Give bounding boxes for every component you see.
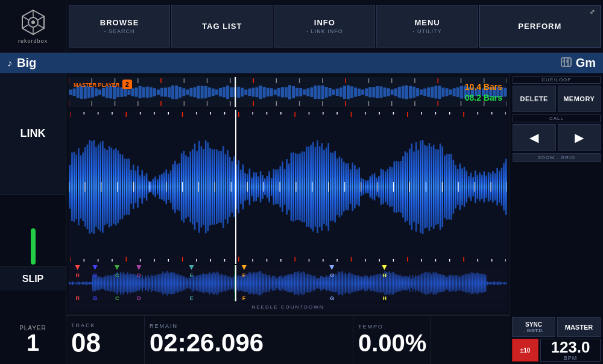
bottom-right-controls: SYNC - INST.D. MASTER ±10 123.0 BPM (510, 315, 603, 364)
svg-line-7 (38, 16, 44, 20)
svg-rect-32 (135, 87, 138, 96)
sync-master-row: SYNC - INST.D. MASTER (512, 317, 601, 337)
svg-rect-46 (186, 90, 189, 95)
svg-rect-110 (420, 90, 423, 95)
master-button[interactable]: MASTER (557, 317, 601, 337)
svg-rect-66 (259, 86, 262, 99)
svg-rect-14 (69, 90, 72, 95)
sync-button[interactable]: SYNC - INST.D. (512, 317, 555, 337)
svg-rect-43 (175, 86, 178, 99)
bottom-tick-row (69, 257, 507, 262)
svg-rect-21 (95, 88, 98, 96)
svg-rect-45 (182, 88, 185, 96)
memory-button[interactable]: MEMORY (558, 86, 601, 112)
svg-rect-84 (325, 87, 328, 98)
taglist-button[interactable]: TAG LIST (171, 5, 273, 48)
svg-rect-112 (427, 87, 430, 97)
delete-button[interactable]: DELETE (513, 86, 556, 112)
svg-rect-107 (409, 86, 412, 99)
playhead-line (235, 110, 236, 264)
svg-rect-30 (127, 90, 130, 95)
bars-orange: 10.4 Bars (465, 82, 502, 92)
mini-waveform: MASTER PLAYER 2 10.4 Bars 08.2 Bars (69, 77, 507, 107)
menu-button[interactable]: MENU - UTILITY (376, 5, 478, 48)
call-label: CALL (513, 115, 601, 122)
svg-rect-104 (398, 87, 401, 98)
svg-rect-55 (219, 88, 222, 96)
bpm-label: BPM (564, 355, 578, 361)
svg-rect-113 (431, 87, 434, 98)
svg-rect-118 (449, 90, 452, 95)
svg-rect-41 (168, 87, 171, 97)
track-name: Big (17, 56, 560, 70)
call-btn-row: ◀ ▶ (513, 124, 601, 151)
cue-loop-label: CUE/LOOP (513, 76, 601, 84)
svg-rect-80 (310, 87, 313, 97)
svg-rect-39 (160, 88, 163, 96)
svg-rect-35 (146, 87, 149, 98)
needle-countdown-label: NEEDLE COUNTDOWN (251, 304, 324, 310)
slip-button[interactable]: SLIP (0, 266, 66, 290)
svg-rect-102 (391, 90, 394, 95)
main-waveform (69, 110, 507, 264)
svg-rect-99 (379, 86, 382, 98)
svg-rect-79 (306, 88, 309, 96)
svg-rect-91 (350, 86, 353, 98)
svg-rect-52 (208, 87, 211, 97)
key-icon (560, 57, 572, 69)
svg-rect-13 (566, 60, 568, 63)
bpm-display: 123.0 BPM (540, 339, 601, 362)
top-ticks-svg (70, 112, 506, 117)
svg-rect-105 (402, 86, 405, 98)
bottom-ticks-svg (70, 257, 506, 262)
svg-rect-49 (197, 86, 200, 98)
top-tick-row (69, 112, 507, 117)
svg-rect-92 (354, 87, 357, 96)
svg-rect-67 (263, 87, 266, 98)
svg-rect-115 (438, 86, 441, 99)
svg-rect-78 (303, 90, 306, 95)
cue-loop-section: CUE/LOOP DELETE MEMORY (513, 76, 601, 112)
music-note-icon: ♪ (7, 58, 12, 69)
master-player-label: MASTER PLAYER 2 (74, 80, 132, 89)
next-button[interactable]: ▶ (558, 124, 601, 151)
svg-line-6 (38, 25, 44, 28)
svg-rect-12 (563, 60, 564, 63)
svg-rect-62 (244, 90, 247, 95)
hotcue-overlay-bottom (69, 292, 507, 300)
pitch-button[interactable]: ±10 (512, 339, 538, 362)
zoom-grid-label: ZOOM - GRID (513, 153, 601, 162)
svg-rect-88 (339, 87, 343, 96)
link-button[interactable]: LINK (0, 74, 66, 195)
timeline-section (69, 265, 507, 301)
track-title-bar: ♪ Big Gm (0, 53, 603, 74)
svg-rect-106 (405, 86, 408, 99)
svg-rect-60 (237, 87, 240, 98)
hotcue-overlay (69, 266, 507, 275)
logo-area: rekordbox (0, 0, 66, 52)
svg-rect-117 (446, 88, 449, 96)
svg-rect-22 (98, 90, 101, 95)
perform-button[interactable]: PERFORM ⤢ (479, 5, 601, 48)
svg-rect-54 (215, 90, 218, 95)
svg-rect-70 (274, 90, 277, 95)
svg-rect-98 (376, 86, 379, 98)
svg-rect-36 (150, 87, 153, 98)
tempo-label: TEMPO (358, 324, 426, 330)
svg-rect-93 (358, 89, 361, 96)
info-button[interactable]: INFO - LINK INFO (274, 5, 375, 48)
prev-button[interactable]: ◀ (513, 124, 556, 151)
rekordbox-logo-icon (20, 9, 46, 36)
svg-rect-74 (288, 85, 291, 99)
svg-rect-95 (365, 89, 368, 96)
svg-rect-87 (336, 89, 339, 96)
svg-rect-119 (453, 88, 456, 96)
player-num: 1 (27, 331, 39, 354)
svg-rect-44 (178, 87, 182, 98)
call-section: CALL ◀ ▶ (513, 115, 601, 151)
browse-button[interactable]: BROWSE - SEARCH (69, 5, 170, 48)
svg-rect-61 (241, 88, 244, 97)
nav-buttons: BROWSE - SEARCH TAG LIST INFO - LINK INF… (66, 0, 603, 52)
svg-rect-71 (277, 88, 280, 96)
svg-rect-108 (412, 87, 415, 98)
